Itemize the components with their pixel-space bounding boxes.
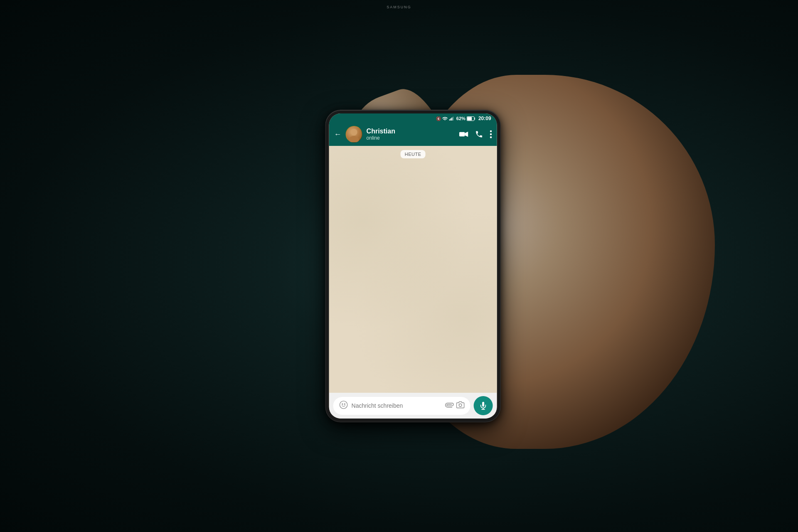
svg-rect-0 <box>449 119 450 121</box>
svg-rect-3 <box>453 117 453 121</box>
battery-percent: 62% <box>456 116 466 121</box>
phone-screen: 🔇 62% <box>329 113 497 419</box>
svg-point-11 <box>490 133 492 135</box>
mic-button[interactable] <box>474 396 493 415</box>
avatar-image <box>346 126 362 142</box>
svg-point-7 <box>349 136 359 142</box>
svg-rect-2 <box>451 118 452 121</box>
avatar[interactable] <box>346 126 362 143</box>
contact-name: Christian <box>367 127 455 135</box>
time-display: 20:09 <box>478 116 491 121</box>
svg-point-12 <box>490 136 492 138</box>
header-actions <box>459 130 492 138</box>
message-input-wrapper <box>333 397 470 415</box>
chat-wallpaper <box>329 146 497 393</box>
svg-rect-5 <box>467 117 472 120</box>
contact-info[interactable]: Christian online <box>367 127 455 141</box>
avatar-face <box>346 126 362 142</box>
date-badge-text: HEUTE <box>401 150 426 158</box>
svg-rect-9 <box>459 132 465 137</box>
svg-point-16 <box>459 404 462 406</box>
signal-icon <box>449 116 455 121</box>
phone: 🔇 62% <box>326 110 500 422</box>
back-button[interactable]: ← <box>334 130 342 139</box>
input-bar <box>329 393 497 419</box>
video-call-button[interactable] <box>459 131 468 138</box>
svg-point-14 <box>342 404 343 404</box>
chat-header: ← Christian online <box>329 123 497 146</box>
attachment-button[interactable] <box>442 399 456 412</box>
brand-label: SAMSUNG <box>387 5 411 9</box>
svg-point-8 <box>351 129 357 135</box>
svg-point-13 <box>340 401 347 408</box>
chat-area: HEUTE <box>329 146 497 393</box>
message-input[interactable] <box>352 402 441 409</box>
battery-icon <box>467 116 476 121</box>
svg-point-15 <box>344 404 345 404</box>
contact-status: online <box>367 135 455 141</box>
emoji-button[interactable] <box>339 400 348 411</box>
status-icons: 🔇 62% <box>436 116 491 121</box>
svg-rect-1 <box>451 118 451 121</box>
camera-button[interactable] <box>456 401 465 411</box>
more-options-button[interactable] <box>490 130 492 138</box>
phone-call-button[interactable] <box>475 130 483 138</box>
date-badge-container: HEUTE <box>329 146 497 163</box>
wifi-icon <box>442 116 448 121</box>
svg-point-10 <box>490 130 492 132</box>
status-bar: 🔇 62% <box>329 113 497 123</box>
phone-wrapper: 🔇 62% <box>326 110 500 422</box>
mute-icon: 🔇 <box>436 116 441 121</box>
